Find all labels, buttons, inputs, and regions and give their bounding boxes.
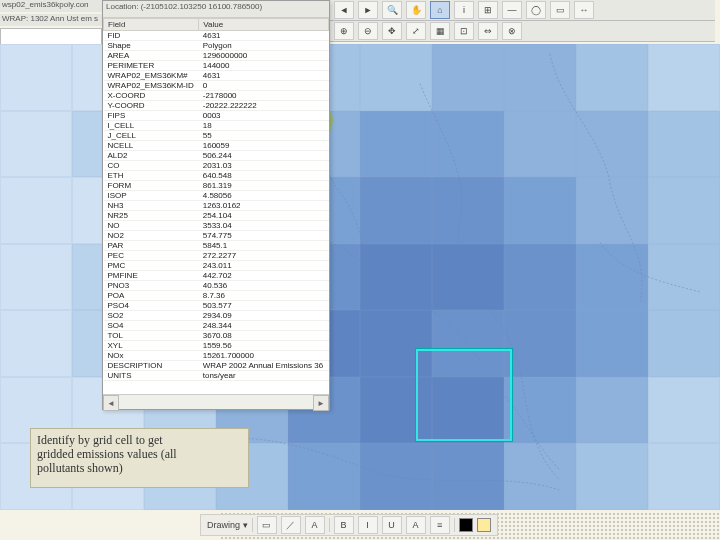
table-row[interactable]: XYL1559.56 bbox=[104, 341, 329, 351]
toolbar-button[interactable]: ⤢ bbox=[406, 22, 426, 40]
table-row[interactable]: DESCRIPTIONWRAP 2002 Annual Emissions 36 bbox=[104, 361, 329, 371]
table-cell: 1296000000 bbox=[199, 51, 329, 61]
toolbar-button[interactable]: ✥ bbox=[382, 22, 402, 40]
table-cell: 0003 bbox=[199, 111, 329, 121]
line-color-swatch[interactable] bbox=[459, 518, 473, 532]
table-cell: NH3 bbox=[104, 201, 199, 211]
format-button[interactable]: ≡ bbox=[430, 516, 450, 534]
table-row[interactable]: TOL3670.08 bbox=[104, 331, 329, 341]
table-row[interactable]: FID4631 bbox=[104, 31, 329, 41]
table-row[interactable]: SO22934.09 bbox=[104, 311, 329, 321]
format-button[interactable]: A bbox=[406, 516, 426, 534]
identify-scrollbar[interactable]: ◄ ► bbox=[103, 394, 329, 409]
table-row[interactable]: CO2031.03 bbox=[104, 161, 329, 171]
pointer-tool-icon[interactable]: ▭ bbox=[257, 516, 277, 534]
toolbar-button[interactable]: ▦ bbox=[430, 22, 450, 40]
table-cell: TOL bbox=[104, 331, 199, 341]
text-tool-icon[interactable]: A bbox=[305, 516, 325, 534]
toolbar-button[interactable]: ⊖ bbox=[358, 22, 378, 40]
format-button[interactable]: B bbox=[334, 516, 354, 534]
table-cell: PMFINE bbox=[104, 271, 199, 281]
toolbar-button[interactable]: ⊡ bbox=[454, 22, 474, 40]
table-row[interactable]: FIPS0003 bbox=[104, 111, 329, 121]
table-cell: WRAP 2002 Annual Emissions 36 bbox=[199, 361, 329, 371]
toolbar-button[interactable]: ► bbox=[358, 1, 378, 19]
scroll-right-button[interactable]: ► bbox=[313, 395, 329, 411]
toolbar-button[interactable]: ⇔ bbox=[478, 22, 498, 40]
table-row[interactable]: PERIMETER144000 bbox=[104, 61, 329, 71]
toolbar-button[interactable]: ↔ bbox=[574, 1, 594, 19]
table-row[interactable]: ALD2506.244 bbox=[104, 151, 329, 161]
toolbar-button[interactable]: ⌂ bbox=[430, 1, 450, 19]
table-row[interactable]: NR25254.104 bbox=[104, 211, 329, 221]
toolbar-button[interactable]: ◯ bbox=[526, 1, 546, 19]
table-row[interactable]: NO3533.04 bbox=[104, 221, 329, 231]
table-cell: 1263.0162 bbox=[199, 201, 329, 211]
table-cell: WRAP02_EMS36KM# bbox=[104, 71, 199, 81]
table-row[interactable]: ETH640.548 bbox=[104, 171, 329, 181]
table-cell: Y-COORD bbox=[104, 101, 199, 111]
table-cell: 5845.1 bbox=[199, 241, 329, 251]
table-row[interactable]: UNITStons/year bbox=[104, 371, 329, 381]
toolbar-button[interactable]: ⊗ bbox=[502, 22, 522, 40]
col-field[interactable]: Field bbox=[104, 19, 199, 31]
table-cell: UNITS bbox=[104, 371, 199, 381]
format-button[interactable]: I bbox=[358, 516, 378, 534]
selected-cell-highlight bbox=[416, 349, 512, 441]
table-row[interactable]: PEC272.2277 bbox=[104, 251, 329, 261]
table-row[interactable]: I_CELL18 bbox=[104, 121, 329, 131]
table-cell: 4631 bbox=[199, 31, 329, 41]
toolbar-button[interactable]: i bbox=[454, 1, 474, 19]
table-row[interactable]: POA8.7.36 bbox=[104, 291, 329, 301]
identify-table[interactable]: Field Value FID4631ShapePolygonAREA12960… bbox=[103, 18, 329, 394]
scroll-left-button[interactable]: ◄ bbox=[103, 395, 119, 411]
table-row[interactable]: NOx15261.700000 bbox=[104, 351, 329, 361]
table-row[interactable]: NH31263.0162 bbox=[104, 201, 329, 211]
table-row[interactable]: Y-COORD-20222.222222 bbox=[104, 101, 329, 111]
table-row[interactable]: NCELL160059 bbox=[104, 141, 329, 151]
toolbar-button[interactable]: ▭ bbox=[550, 1, 570, 19]
table-row[interactable]: PMFINE442.702 bbox=[104, 271, 329, 281]
table-row[interactable]: PAR5845.1 bbox=[104, 241, 329, 251]
table-row[interactable]: PNO340.536 bbox=[104, 281, 329, 291]
table-row[interactable]: FORM861.319 bbox=[104, 181, 329, 191]
table-row[interactable]: SO4248.344 bbox=[104, 321, 329, 331]
table-cell: 18 bbox=[199, 121, 329, 131]
table-row[interactable]: NO2574.775 bbox=[104, 231, 329, 241]
drawing-menu[interactable]: Drawing ▾ bbox=[207, 520, 248, 530]
table-cell: X-COORD bbox=[104, 91, 199, 101]
table-cell: 243.011 bbox=[199, 261, 329, 271]
table-row[interactable]: J_CELL55 bbox=[104, 131, 329, 141]
line-tool-icon[interactable]: ／ bbox=[281, 516, 301, 534]
toolbar-button[interactable]: — bbox=[502, 1, 522, 19]
table-cell: POA bbox=[104, 291, 199, 301]
table-cell: 861.319 bbox=[199, 181, 329, 191]
table-row[interactable]: PMC243.011 bbox=[104, 261, 329, 271]
toolbar-button[interactable]: 🔍 bbox=[382, 1, 402, 19]
table-cell: NR25 bbox=[104, 211, 199, 221]
table-cell: 506.244 bbox=[199, 151, 329, 161]
scroll-track[interactable] bbox=[119, 395, 313, 409]
table-cell: ALD2 bbox=[104, 151, 199, 161]
table-row[interactable]: ShapePolygon bbox=[104, 41, 329, 51]
fill-color-swatch[interactable] bbox=[477, 518, 491, 532]
drawing-toolbar: Drawing ▾ ▭ ／ A BIUA≡ bbox=[200, 514, 498, 536]
table-row[interactable]: X-COORD-2178000 bbox=[104, 91, 329, 101]
table-row[interactable]: ISOP4.58056 bbox=[104, 191, 329, 201]
table-row[interactable]: WRAP02_EMS36KM-ID0 bbox=[104, 81, 329, 91]
table-row[interactable]: AREA1296000000 bbox=[104, 51, 329, 61]
table-row[interactable]: WRAP02_EMS36KM#4631 bbox=[104, 71, 329, 81]
table-cell: NO2 bbox=[104, 231, 199, 241]
table-cell: AREA bbox=[104, 51, 199, 61]
table-cell: 272.2277 bbox=[199, 251, 329, 261]
toolbar-button[interactable]: ⊞ bbox=[478, 1, 498, 19]
col-value[interactable]: Value bbox=[199, 19, 329, 31]
toolbar-button[interactable]: ✋ bbox=[406, 1, 426, 19]
table-cell: 55 bbox=[199, 131, 329, 141]
format-button[interactable]: U bbox=[382, 516, 402, 534]
toolbar-button[interactable]: ⊕ bbox=[334, 22, 354, 40]
table-cell: -2178000 bbox=[199, 91, 329, 101]
toolbar-button[interactable]: ◄ bbox=[334, 1, 354, 19]
table-cell: ETH bbox=[104, 171, 199, 181]
table-row[interactable]: PSO4503.577 bbox=[104, 301, 329, 311]
